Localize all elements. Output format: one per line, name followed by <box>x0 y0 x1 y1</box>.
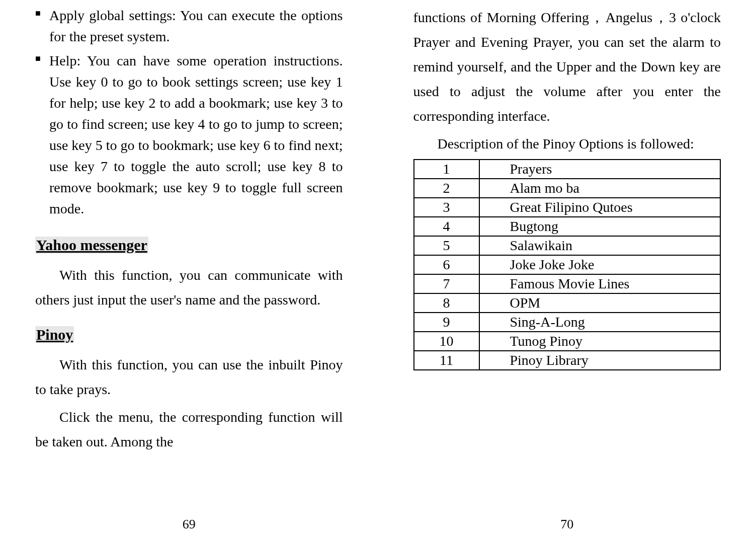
description-paragraph: Description of the Pinoy Options is foll… <box>413 131 721 156</box>
row-label-text: Tunog Pinoy <box>480 333 720 349</box>
section-body: With this function, you can use the inbu… <box>35 352 343 402</box>
bullet-item: ■ Apply global settings: You can execute… <box>35 5 343 47</box>
table-row: 3 Great Filipino Qutoes <box>414 198 721 217</box>
left-content: ■ Apply global settings: You can execute… <box>35 5 343 529</box>
bullet-text: Help: You can have some operation instru… <box>49 50 343 219</box>
row-label-text: Pinoy Library <box>480 352 720 368</box>
row-label: OPM <box>479 293 721 313</box>
row-label: Joke Joke Joke <box>479 255 721 274</box>
row-number: 3 <box>414 198 479 217</box>
bullet-square-icon: ■ <box>35 5 49 47</box>
section-body-continued: Click the menu, the corresponding functi… <box>35 405 343 454</box>
right-content: functions of Morning Offering，Angelus，3 … <box>413 5 721 529</box>
table-row: 8 OPM <box>414 293 721 313</box>
row-number: 4 <box>414 217 479 236</box>
page-number: 70 <box>378 517 757 532</box>
row-label-text: Great Filipino Qutoes <box>510 199 633 215</box>
table-row: 2 Alam mo ba <box>414 179 721 198</box>
row-number: 5 <box>414 236 479 255</box>
bullet-square-icon: ■ <box>35 50 49 219</box>
table-row: 1 Prayers <box>414 160 721 179</box>
table-row: 10 Tunog Pinoy <box>414 332 721 351</box>
row-number: 7 <box>414 274 479 293</box>
row-label-text: Bugtong <box>480 218 720 235</box>
section-heading: Yahoo messenger <box>35 237 148 254</box>
row-label-text: OPM <box>480 295 720 311</box>
page-left: ■ Apply global settings: You can execute… <box>0 0 378 534</box>
page-number: 69 <box>0 517 378 532</box>
row-label: Tunog Pinoy <box>479 332 721 351</box>
pinoy-options-table: 1 Prayers 2 Alam mo ba 3 Great Filipino … <box>413 159 721 370</box>
table-row: 9 Sing-A-Long <box>414 313 721 332</box>
row-number: 8 <box>414 293 479 313</box>
section-yahoo-messenger: Yahoo messenger With this function, you … <box>35 222 343 312</box>
bullet-text: Apply global settings: You can execute t… <box>49 5 343 47</box>
row-number: 2 <box>414 179 479 198</box>
row-label-text: Salawikain <box>480 238 720 254</box>
row-label: Bugtong <box>479 217 721 236</box>
bullet-item: ■ Help: You can have some operation inst… <box>35 50 343 219</box>
row-label-text: Prayers <box>480 161 720 177</box>
row-number: 9 <box>414 313 479 332</box>
row-number: 10 <box>414 332 479 351</box>
row-label: Salawikain <box>479 236 721 255</box>
table-row: 7 Famous Movie Lines <box>414 274 721 293</box>
page-right: functions of Morning Offering，Angelus，3 … <box>378 0 757 534</box>
row-label: Sing-A-Long <box>479 313 721 332</box>
section-body: With this function, you can communicate … <box>35 263 343 312</box>
continuation-paragraph: functions of Morning Offering，Angelus，3 … <box>413 5 721 128</box>
table-row: 5 Salawikain <box>414 236 721 255</box>
row-number: 1 <box>414 160 479 179</box>
row-label-text: Alam mo ba <box>480 180 720 196</box>
table-row: 11 Pinoy Library <box>414 351 721 370</box>
row-label: Famous Movie Lines <box>479 274 721 293</box>
table-row: 6 Joke Joke Joke <box>414 255 721 274</box>
row-label-text: Famous Movie Lines <box>480 276 720 292</box>
table-row: 4 Bugtong <box>414 217 721 236</box>
row-label: Pinoy Library <box>479 351 721 370</box>
row-label: Prayers <box>479 160 721 179</box>
section-heading: Pinoy <box>35 326 74 343</box>
row-label-text: Sing-A-Long <box>480 314 720 330</box>
row-label-text: Joke Joke Joke <box>480 257 720 273</box>
row-label: Great Filipino Qutoes <box>479 198 721 217</box>
row-number: 11 <box>414 351 479 370</box>
row-label: Alam mo ba <box>479 179 721 198</box>
row-number: 6 <box>414 255 479 274</box>
section-pinoy: Pinoy With this function, you can use th… <box>35 312 343 454</box>
